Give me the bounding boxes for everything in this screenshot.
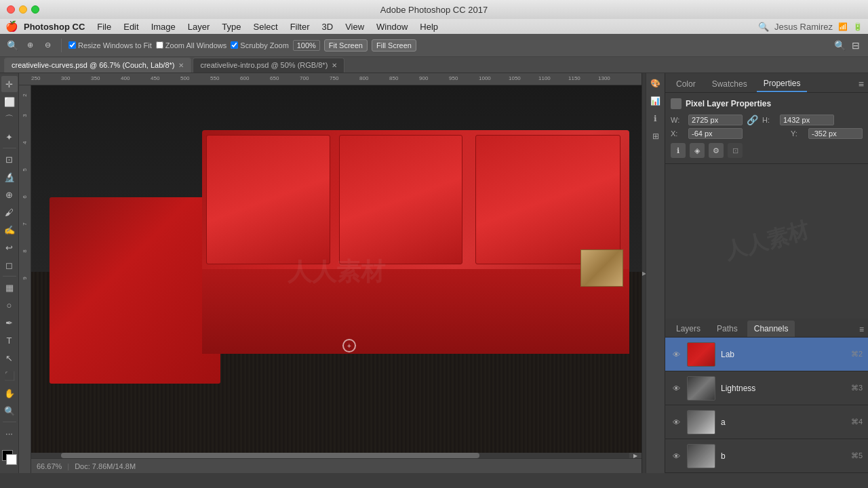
pixel-adjust-icon[interactable]: ◈	[690, 143, 705, 158]
scroll-arrow-right[interactable]: ▶	[629, 453, 642, 458]
close-button[interactable]	[7, 5, 15, 14]
tab-intro-close[interactable]: ✕	[332, 62, 337, 69]
visibility-a[interactable]: 👁	[671, 417, 682, 428]
visibility-lab[interactable]: 👁	[671, 349, 682, 360]
ruler-v-tick: 5	[22, 168, 28, 171]
zoom-in-icon[interactable]: ⊕	[23, 39, 37, 52]
zoom-out-icon[interactable]: ⊖	[41, 39, 54, 52]
panel-info-icon[interactable]: ℹ	[648, 111, 663, 126]
menu-select[interactable]: Select	[248, 20, 283, 33]
menu-filter[interactable]: Filter	[285, 20, 315, 33]
stamp-tool[interactable]: ✍	[1, 222, 18, 238]
tab-swatches[interactable]: Swatches	[705, 77, 754, 92]
scrubby-zoom-checkbox[interactable]	[231, 41, 238, 49]
minimize-button[interactable]	[19, 5, 27, 14]
menu-help[interactable]: Help	[414, 20, 443, 33]
canvas-area[interactable]: + 人人素材	[31, 85, 642, 458]
fit-screen-button[interactable]: Fit Screen	[324, 39, 368, 52]
panel-histogram-icon[interactable]: 📊	[648, 94, 663, 108]
pixel-settings-icon[interactable]: ⚙	[709, 143, 724, 158]
visibility-b[interactable]: 👁	[671, 451, 682, 462]
panel-color-icon[interactable]: 🎨	[648, 76, 663, 91]
tab-layers[interactable]: Layers	[669, 321, 707, 337]
prop-input-y[interactable]	[808, 128, 863, 139]
menu-file[interactable]: File	[92, 20, 117, 33]
prop-label-x: X:	[671, 129, 684, 138]
lasso-tool[interactable]: ⌒	[1, 111, 18, 127]
prop-input-x[interactable]	[688, 128, 743, 139]
tab-intro[interactable]: creativelive-intro.psd @ 50% (RGB/8*) ✕	[193, 58, 344, 73]
menu-view[interactable]: View	[340, 20, 370, 33]
seat	[202, 269, 629, 354]
tab-properties[interactable]: Properties	[757, 76, 808, 92]
tab-color[interactable]: Color	[669, 77, 703, 92]
resize-windows-checkbox[interactable]	[68, 41, 76, 49]
scroll-thumb[interactable]	[61, 453, 479, 458]
zoom-tool[interactable]: 🔍	[1, 403, 18, 419]
prop-input-w[interactable]	[688, 115, 743, 125]
eraser-tool[interactable]: ◻	[1, 257, 18, 273]
channel-row-a[interactable]: 👁 a ⌘4	[665, 405, 868, 439]
zoom-tool-icon[interactable]: 🔍	[5, 39, 19, 52]
brush-tool[interactable]: 🖌	[1, 204, 18, 220]
link-icon[interactable]: 🔗	[747, 115, 758, 125]
magic-wand-tool[interactable]: ✦	[1, 129, 18, 145]
hand-tool[interactable]: ✋	[1, 385, 18, 401]
more-tools[interactable]: ···	[1, 425, 18, 441]
ruler-tick: 500	[180, 75, 189, 81]
panel-tab-more-icon[interactable]: ≡	[859, 79, 864, 89]
tab-curves-close[interactable]: ✕	[178, 62, 184, 69]
zoom-level[interactable]: 100%	[293, 40, 320, 51]
move-tool[interactable]: ✛	[1, 76, 18, 92]
ruler-horizontal: 250 300 350 400 450 500 550 600 650 700 …	[19, 73, 642, 85]
type-tool[interactable]: T	[1, 332, 18, 348]
pen-tool[interactable]: ✒	[1, 314, 18, 331]
channels-more-icon[interactable]: ≡	[859, 325, 864, 337]
dodge-tool[interactable]: ○	[1, 297, 18, 313]
tab-paths[interactable]: Paths	[710, 321, 745, 337]
channel-row-lab[interactable]: 👁 Lab ⌘2	[665, 338, 868, 371]
layout-icon[interactable]: ⊟	[849, 39, 863, 52]
scroll-horizontal[interactable]	[31, 453, 629, 458]
prop-label-y: Y:	[791, 129, 804, 138]
menu-window[interactable]: Window	[371, 20, 413, 33]
fill-screen-button[interactable]: Fill Screen	[372, 39, 416, 52]
search-toolbar-icon[interactable]: 🔍	[833, 39, 846, 52]
menu-layer[interactable]: Layer	[182, 20, 216, 33]
prop-input-h[interactable]	[780, 115, 834, 125]
traffic-lights[interactable]	[7, 5, 39, 14]
maximize-button[interactable]	[31, 5, 39, 14]
menu-3d[interactable]: 3D	[317, 20, 339, 33]
background-color[interactable]	[6, 454, 17, 465]
tab-channels[interactable]: Channels	[747, 321, 795, 337]
crop-tool[interactable]: ⊡	[1, 151, 18, 167]
shape-tool[interactable]: ⬛	[1, 367, 18, 384]
history-brush[interactable]: ↩	[1, 239, 18, 256]
panel-actions-icon[interactable]: ⊞	[648, 129, 663, 144]
zoom-all-check[interactable]: Zoom All Windows	[156, 41, 226, 49]
gradient-tool[interactable]: ▦	[1, 279, 18, 296]
properties-content: Pixel Layer Properties W: 🔗 H: X: Y: ℹ ◈	[665, 93, 868, 164]
ruler-v-tick: 2	[22, 94, 28, 96]
channel-row-b[interactable]: 👁 b ⌘5	[665, 439, 868, 473]
pixel-transform-icon[interactable]: ⊡	[728, 143, 743, 158]
scrubby-zoom-check[interactable]: Scrubby Zoom	[231, 41, 289, 49]
ruler-v-tick: 6	[22, 195, 28, 198]
visibility-lightness[interactable]: 👁	[671, 383, 682, 394]
cushion-3	[475, 135, 620, 264]
marquee-tool[interactable]: ⬜	[1, 94, 18, 110]
resize-windows-check[interactable]: Resize Windows to Fit	[68, 41, 152, 49]
apple-menu[interactable]: 🍎	[5, 20, 18, 33]
channel-row-lightness[interactable]: 👁 Lightness ⌘3	[665, 371, 868, 405]
menu-type[interactable]: Type	[216, 20, 246, 33]
tab-curves[interactable]: creativelive-curves.psd @ 66.7% (Couch, …	[4, 58, 191, 73]
menu-image[interactable]: Image	[146, 20, 181, 33]
menu-edit[interactable]: Edit	[118, 20, 144, 33]
heal-tool[interactable]: ⊕	[1, 186, 18, 203]
zoom-all-checkbox[interactable]	[156, 41, 163, 49]
path-select[interactable]: ↖	[1, 350, 18, 366]
panel-spacer: 人人素材	[665, 164, 868, 319]
search-icon[interactable]: 🔍	[758, 22, 769, 32]
pixel-info-icon[interactable]: ℹ	[671, 143, 686, 158]
eyedropper-tool[interactable]: 🔬	[1, 169, 18, 185]
